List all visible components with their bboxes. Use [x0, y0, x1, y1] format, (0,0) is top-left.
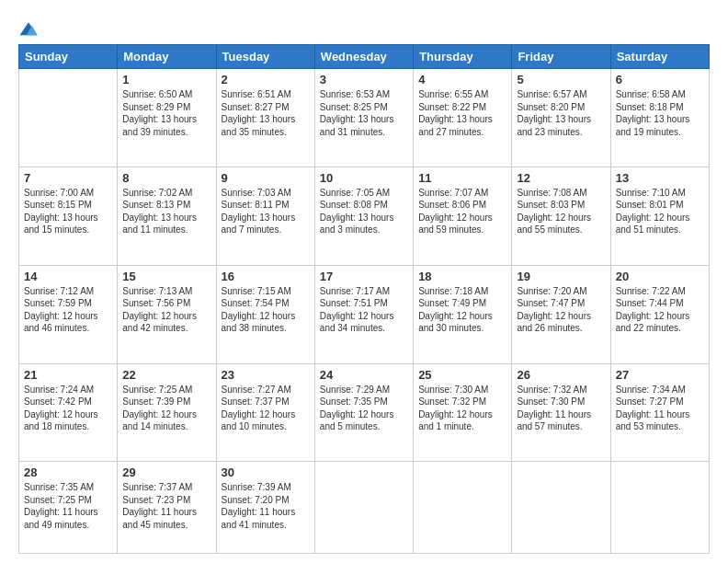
calendar-week-row: 7Sunrise: 7:00 AM Sunset: 8:15 PM Daylig…	[19, 167, 710, 265]
day-number: 17	[320, 270, 408, 283]
calendar-cell: 6Sunrise: 6:58 AM Sunset: 8:18 PM Daylig…	[610, 69, 709, 167]
day-number: 29	[122, 465, 210, 479]
cell-content: Sunrise: 7:37 AM Sunset: 7:23 PM Dayligh…	[122, 481, 210, 531]
calendar-cell: 17Sunrise: 7:17 AM Sunset: 7:51 PM Dayli…	[314, 265, 413, 363]
calendar-cell	[610, 462, 709, 554]
calendar-cell: 1Sunrise: 6:50 AM Sunset: 8:29 PM Daylig…	[118, 69, 216, 167]
calendar-cell: 19Sunrise: 7:20 AM Sunset: 7:47 PM Dayli…	[512, 265, 610, 363]
cell-content: Sunrise: 7:20 AM Sunset: 7:47 PM Dayligh…	[517, 285, 605, 335]
header	[18, 17, 710, 40]
cell-content: Sunrise: 7:22 AM Sunset: 7:44 PM Dayligh…	[616, 285, 704, 335]
calendar-cell: 15Sunrise: 7:13 AM Sunset: 7:56 PM Dayli…	[118, 265, 216, 363]
calendar-cell: 3Sunrise: 6:53 AM Sunset: 8:25 PM Daylig…	[314, 69, 413, 167]
cell-content: Sunrise: 7:00 AM Sunset: 8:15 PM Dayligh…	[24, 187, 112, 236]
calendar-cell: 13Sunrise: 7:10 AM Sunset: 8:01 PM Dayli…	[610, 167, 709, 265]
day-number: 12	[517, 171, 605, 185]
day-number: 14	[24, 270, 112, 283]
weekday-header-row: SundayMondayTuesdayWednesdayThursdayFrid…	[19, 45, 710, 69]
cell-content: Sunrise: 7:18 AM Sunset: 7:49 PM Dayligh…	[418, 285, 506, 335]
calendar-cell: 7Sunrise: 7:00 AM Sunset: 8:15 PM Daylig…	[19, 167, 118, 265]
day-number: 3	[320, 73, 408, 86]
cell-content: Sunrise: 6:58 AM Sunset: 8:18 PM Dayligh…	[616, 88, 704, 138]
calendar-cell: 9Sunrise: 7:03 AM Sunset: 8:11 PM Daylig…	[216, 167, 314, 265]
calendar-cell	[19, 69, 118, 167]
cell-content: Sunrise: 7:17 AM Sunset: 7:51 PM Dayligh…	[320, 285, 408, 335]
day-number: 13	[616, 171, 704, 185]
calendar-cell	[512, 462, 610, 554]
calendar-cell: 18Sunrise: 7:18 AM Sunset: 7:49 PM Dayli…	[414, 265, 512, 363]
page: SundayMondayTuesdayWednesdayThursdayFrid…	[0, 0, 728, 563]
calendar-cell: 2Sunrise: 6:51 AM Sunset: 8:27 PM Daylig…	[216, 69, 314, 167]
day-number: 19	[517, 270, 605, 283]
day-number: 9	[222, 171, 310, 185]
cell-content: Sunrise: 7:03 AM Sunset: 8:11 PM Dayligh…	[222, 187, 310, 236]
calendar-cell: 16Sunrise: 7:15 AM Sunset: 7:54 PM Dayli…	[216, 265, 314, 363]
cell-content: Sunrise: 6:51 AM Sunset: 8:27 PM Dayligh…	[222, 88, 310, 138]
weekday-header-friday: Friday	[512, 45, 610, 69]
cell-content: Sunrise: 6:55 AM Sunset: 8:22 PM Dayligh…	[418, 88, 506, 138]
calendar-cell: 20Sunrise: 7:22 AM Sunset: 7:44 PM Dayli…	[610, 265, 709, 363]
cell-content: Sunrise: 7:05 AM Sunset: 8:08 PM Dayligh…	[320, 187, 408, 236]
weekday-header-saturday: Saturday	[610, 45, 709, 69]
day-number: 23	[222, 368, 310, 382]
day-number: 11	[418, 171, 506, 185]
day-number: 21	[24, 368, 112, 382]
day-number: 27	[616, 368, 704, 382]
cell-content: Sunrise: 7:27 AM Sunset: 7:37 PM Dayligh…	[222, 384, 310, 433]
cell-content: Sunrise: 7:30 AM Sunset: 7:32 PM Dayligh…	[418, 384, 506, 433]
day-number: 2	[222, 73, 310, 86]
day-number: 10	[320, 171, 408, 185]
day-number: 6	[616, 73, 704, 86]
calendar-cell: 29Sunrise: 7:37 AM Sunset: 7:23 PM Dayli…	[118, 462, 216, 554]
cell-content: Sunrise: 7:08 AM Sunset: 8:03 PM Dayligh…	[517, 187, 605, 236]
cell-content: Sunrise: 7:07 AM Sunset: 8:06 PM Dayligh…	[418, 187, 506, 236]
cell-content: Sunrise: 7:32 AM Sunset: 7:30 PM Dayligh…	[517, 384, 605, 433]
cell-content: Sunrise: 7:25 AM Sunset: 7:39 PM Dayligh…	[122, 384, 210, 433]
day-number: 16	[222, 270, 310, 283]
cell-content: Sunrise: 7:34 AM Sunset: 7:27 PM Dayligh…	[616, 384, 704, 433]
day-number: 5	[517, 73, 605, 86]
cell-content: Sunrise: 7:24 AM Sunset: 7:42 PM Dayligh…	[24, 384, 112, 433]
day-number: 4	[418, 73, 506, 86]
day-number: 26	[517, 368, 605, 382]
cell-content: Sunrise: 7:15 AM Sunset: 7:54 PM Dayligh…	[222, 285, 310, 335]
calendar-cell: 23Sunrise: 7:27 AM Sunset: 7:37 PM Dayli…	[216, 363, 314, 462]
weekday-header-thursday: Thursday	[414, 45, 512, 69]
cell-content: Sunrise: 7:12 AM Sunset: 7:59 PM Dayligh…	[24, 285, 112, 335]
logo-icon	[18, 20, 39, 40]
day-number: 30	[222, 465, 310, 479]
calendar-cell: 30Sunrise: 7:39 AM Sunset: 7:20 PM Dayli…	[216, 462, 314, 554]
calendar-cell: 25Sunrise: 7:30 AM Sunset: 7:32 PM Dayli…	[414, 363, 512, 462]
calendar-table: SundayMondayTuesdayWednesdayThursdayFrid…	[18, 44, 710, 554]
calendar-cell: 8Sunrise: 7:02 AM Sunset: 8:13 PM Daylig…	[118, 167, 216, 265]
calendar-week-row: 1Sunrise: 6:50 AM Sunset: 8:29 PM Daylig…	[19, 69, 710, 167]
calendar-cell: 22Sunrise: 7:25 AM Sunset: 7:39 PM Dayli…	[118, 363, 216, 462]
calendar-cell	[414, 462, 512, 554]
cell-content: Sunrise: 7:29 AM Sunset: 7:35 PM Dayligh…	[320, 384, 408, 433]
day-number: 24	[320, 368, 408, 382]
calendar-cell: 21Sunrise: 7:24 AM Sunset: 7:42 PM Dayli…	[19, 363, 118, 462]
cell-content: Sunrise: 7:39 AM Sunset: 7:20 PM Dayligh…	[222, 481, 310, 531]
cell-content: Sunrise: 7:35 AM Sunset: 7:25 PM Dayligh…	[24, 481, 112, 531]
day-number: 25	[418, 368, 506, 382]
weekday-header-sunday: Sunday	[19, 45, 118, 69]
calendar-cell: 10Sunrise: 7:05 AM Sunset: 8:08 PM Dayli…	[314, 167, 413, 265]
calendar-week-row: 21Sunrise: 7:24 AM Sunset: 7:42 PM Dayli…	[19, 363, 710, 462]
calendar-cell	[314, 462, 413, 554]
cell-content: Sunrise: 6:50 AM Sunset: 8:29 PM Dayligh…	[122, 88, 210, 138]
day-number: 20	[616, 270, 704, 283]
day-number: 8	[122, 171, 210, 185]
day-number: 7	[24, 171, 112, 185]
day-number: 28	[24, 465, 112, 479]
day-number: 15	[122, 270, 210, 283]
calendar-cell: 24Sunrise: 7:29 AM Sunset: 7:35 PM Dayli…	[314, 363, 413, 462]
day-number: 1	[122, 73, 210, 86]
calendar-cell: 11Sunrise: 7:07 AM Sunset: 8:06 PM Dayli…	[414, 167, 512, 265]
calendar-cell: 26Sunrise: 7:32 AM Sunset: 7:30 PM Dayli…	[512, 363, 610, 462]
calendar-week-row: 28Sunrise: 7:35 AM Sunset: 7:25 PM Dayli…	[19, 462, 710, 554]
cell-content: Sunrise: 6:57 AM Sunset: 8:20 PM Dayligh…	[517, 88, 605, 138]
calendar-cell: 12Sunrise: 7:08 AM Sunset: 8:03 PM Dayli…	[512, 167, 610, 265]
calendar-cell: 27Sunrise: 7:34 AM Sunset: 7:27 PM Dayli…	[610, 363, 709, 462]
weekday-header-wednesday: Wednesday	[314, 45, 413, 69]
day-number: 18	[418, 270, 506, 283]
